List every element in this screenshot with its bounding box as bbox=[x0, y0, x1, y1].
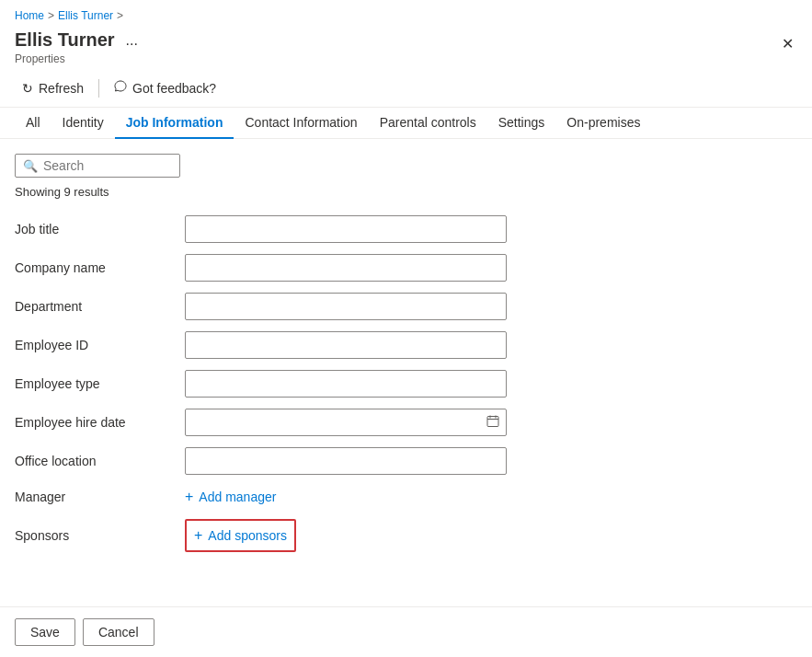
form-row-hire-date: Employee hire date bbox=[15, 403, 797, 442]
form-table: Job title Company name Department Employ… bbox=[15, 210, 797, 558]
refresh-button[interactable]: ↻ Refresh bbox=[15, 77, 91, 99]
form-row-job-title: Job title bbox=[15, 210, 797, 248]
tab-all[interactable]: All bbox=[15, 108, 51, 139]
input-department[interactable] bbox=[185, 293, 507, 320]
page-title: Ellis Turner bbox=[15, 29, 115, 51]
form-row-company-name: Company name bbox=[15, 248, 797, 287]
content-area: 🔍 Showing 9 results Job title Company na… bbox=[0, 139, 812, 572]
tab-settings[interactable]: Settings bbox=[487, 108, 556, 139]
close-button[interactable]: ✕ bbox=[778, 31, 797, 56]
page-header: Ellis Turner ... Properties ✕ bbox=[0, 26, 812, 65]
add-sponsors-label: Add sponsors bbox=[208, 528, 287, 543]
form-row-sponsors: Sponsors + Add sponsors bbox=[15, 513, 797, 558]
search-container[interactable]: 🔍 bbox=[15, 154, 180, 178]
input-job-title[interactable] bbox=[185, 215, 507, 243]
add-manager-button[interactable]: + Add manager bbox=[185, 486, 276, 508]
breadcrumb-user[interactable]: Ellis Turner bbox=[58, 9, 113, 22]
ellipsis-button[interactable]: ... bbox=[122, 30, 142, 51]
label-sponsors: Sponsors bbox=[15, 528, 185, 543]
label-employee-type: Employee type bbox=[15, 376, 185, 391]
label-hire-date: Employee hire date bbox=[15, 415, 185, 430]
tab-job-information[interactable]: Job Information bbox=[115, 108, 234, 139]
label-job-title: Job title bbox=[15, 222, 185, 236]
feedback-icon bbox=[114, 80, 127, 96]
date-input-wrapper bbox=[185, 409, 507, 436]
title-area: Ellis Turner ... Properties bbox=[15, 29, 142, 65]
label-employee-id: Employee ID bbox=[15, 338, 185, 352]
toolbar-separator bbox=[98, 79, 99, 98]
form-row-manager: Manager + Add manager bbox=[15, 480, 797, 513]
breadcrumb-sep1: > bbox=[48, 9, 54, 22]
tab-parental-controls[interactable]: Parental controls bbox=[369, 108, 487, 139]
tab-identity[interactable]: Identity bbox=[51, 108, 115, 139]
form-row-office-location: Office location bbox=[15, 442, 797, 480]
title-row: Ellis Turner ... bbox=[15, 29, 142, 51]
form-row-employee-type: Employee type bbox=[15, 364, 797, 403]
feedback-button[interactable]: Got feedback? bbox=[107, 76, 223, 99]
label-company-name: Company name bbox=[15, 260, 185, 275]
label-manager: Manager bbox=[15, 490, 185, 504]
refresh-label: Refresh bbox=[39, 81, 84, 96]
plus-icon-sponsors: + bbox=[194, 528, 202, 543]
input-employee-type[interactable] bbox=[185, 370, 507, 398]
plus-icon-manager: + bbox=[185, 490, 193, 504]
toolbar: ↻ Refresh Got feedback? bbox=[0, 69, 812, 108]
refresh-icon: ↻ bbox=[22, 81, 33, 96]
form-row-employee-id: Employee ID bbox=[15, 326, 797, 364]
cancel-button[interactable]: Cancel bbox=[83, 618, 154, 646]
input-office-location[interactable] bbox=[185, 447, 507, 475]
tabs-container: All Identity Job Information Contact Inf… bbox=[0, 108, 812, 139]
add-sponsors-button[interactable]: + Add sponsors bbox=[194, 524, 287, 547]
tab-contact-information[interactable]: Contact Information bbox=[234, 108, 368, 139]
breadcrumb-home[interactable]: Home bbox=[15, 9, 44, 22]
search-input[interactable] bbox=[43, 158, 172, 173]
breadcrumb-sep2: > bbox=[117, 9, 123, 22]
label-department: Department bbox=[15, 299, 185, 314]
tab-on-premises[interactable]: On-premises bbox=[555, 108, 651, 139]
breadcrumb: Home > Ellis Turner > bbox=[0, 0, 812, 26]
add-manager-label: Add manager bbox=[199, 490, 276, 504]
input-hire-date[interactable] bbox=[185, 409, 507, 436]
results-count: Showing 9 results bbox=[15, 185, 797, 199]
page-subtitle: Properties bbox=[15, 52, 142, 65]
input-company-name[interactable] bbox=[185, 254, 507, 282]
form-row-department: Department bbox=[15, 287, 797, 326]
label-office-location: Office location bbox=[15, 454, 185, 468]
search-icon: 🔍 bbox=[23, 159, 38, 173]
input-employee-id[interactable] bbox=[185, 331, 507, 359]
feedback-label: Got feedback? bbox=[132, 81, 216, 96]
sponsors-highlighted-box: + Add sponsors bbox=[185, 519, 296, 552]
save-button[interactable]: Save bbox=[15, 618, 75, 646]
footer: Save Cancel bbox=[0, 606, 812, 657]
